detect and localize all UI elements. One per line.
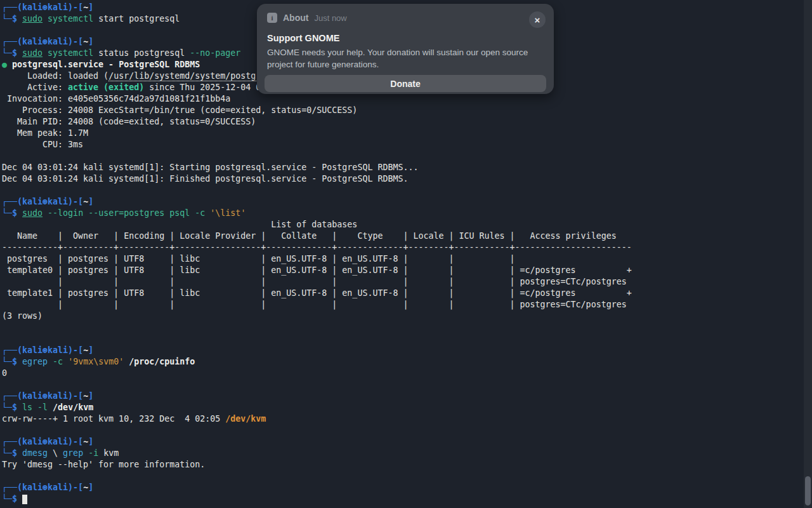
- notification-title: Support GNOME: [267, 33, 339, 43]
- notification-popup: i About Just now × Support GNOME GNOME n…: [257, 4, 554, 94]
- terminal-line: CPU: 3ms: [2, 139, 812, 150]
- donate-button[interactable]: Donate: [265, 75, 546, 92]
- terminal-line: (3 rows): [2, 311, 812, 322]
- terminal-line: [2, 425, 812, 436]
- info-icon: i: [267, 13, 277, 23]
- terminal-line: [2, 185, 812, 196]
- terminal-line: [2, 322, 812, 333]
- terminal-line: List of databases: [2, 219, 812, 231]
- terminal-line: crw-rw----+ 1 root kvm 10, 232 Dec 4 02:…: [2, 413, 812, 425]
- terminal-line: [2, 379, 812, 391]
- terminal-line: | | | | | | | | postgres=CTc/postgres: [2, 276, 812, 288]
- terminal-line: Dec 04 03:01:24 kali systemd[1]: Finishe…: [2, 173, 812, 185]
- terminal-line: Mem peak: 1.7M: [2, 128, 812, 139]
- terminal-line: Dec 04 03:01:24 kali systemd[1]: Startin…: [2, 162, 812, 173]
- terminal-line: └─$ egrep -c '9vmx\svm0' /proc/cpuinfo: [2, 356, 812, 368]
- terminal-line: -----------+----------+----------+------…: [2, 242, 812, 253]
- terminal-line: └─$ ls -l /dev/kvm: [2, 402, 812, 413]
- terminal-line: ┌──(kali⊛kali)-[~]: [2, 391, 812, 402]
- close-button[interactable]: ×: [529, 11, 546, 28]
- terminal-line: template1 | postgres | UTF8 | libc | en_…: [2, 288, 812, 299]
- terminal-line: Invocation: e405e05356c74d2a97d1081f21f1…: [2, 93, 812, 105]
- terminal-line: └─$ sudo --login --user=postgres psql -c…: [2, 208, 812, 219]
- terminal-line: Try 'dmesg --help' for more information.: [2, 459, 812, 471]
- notification-body: GNOME needs your help. Your donation wil…: [267, 46, 545, 70]
- notification-timestamp: Just now: [314, 13, 346, 23]
- terminal-line: [2, 333, 812, 345]
- scrollbar-track[interactable]: [804, 0, 812, 508]
- terminal-line: Main PID: 24008 (code=exited, status=0/S…: [2, 116, 812, 128]
- terminal-line: ┌──(kali⊛kali)-[~]: [2, 436, 812, 448]
- terminal-line: ┌──(kali⊛kali)-[~]: [2, 345, 812, 356]
- notification-app-name: About: [283, 13, 308, 23]
- terminal-cursor: [22, 495, 27, 504]
- notification-header: i About Just now: [267, 13, 347, 23]
- terminal-line: └─$: [2, 493, 812, 505]
- terminal-line: | | | | | | | | postgres=CTc/postgres: [2, 299, 812, 311]
- terminal-line: [2, 471, 812, 482]
- terminal-line: 0: [2, 368, 812, 379]
- terminal-line: Name | Owner | Encoding | Locale Provide…: [2, 231, 812, 242]
- terminal-line: Process: 24008 ExecStart=/bin/true (code…: [2, 105, 812, 116]
- terminal-line: ┌──(kali⊛kali)-[~]: [2, 196, 812, 208]
- close-icon: ×: [535, 15, 540, 25]
- terminal-line: └─$ dmesg \ grep -i kvm: [2, 448, 812, 459]
- terminal-line: postgres | postgres | UTF8 | libc | en_U…: [2, 253, 812, 265]
- terminal-line: [2, 150, 812, 162]
- scrollbar-thumb[interactable]: [805, 476, 811, 505]
- terminal-line: ┌──(kali⊛kali)-[~]: [2, 482, 812, 493]
- terminal-line: template0 | postgres | UTF8 | libc | en_…: [2, 265, 812, 276]
